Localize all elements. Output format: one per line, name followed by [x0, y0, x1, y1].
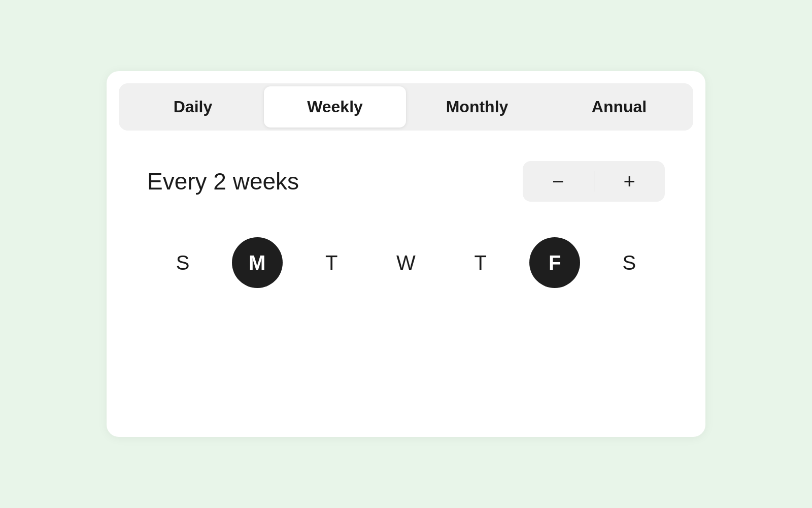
frequency-row: Every 2 weeks − +	[147, 161, 665, 202]
day-saturday[interactable]: S	[604, 237, 655, 288]
day-thursday-label: T	[474, 251, 486, 274]
increment-button[interactable]: +	[594, 161, 665, 202]
decrement-button[interactable]: −	[523, 161, 594, 202]
content-area: Every 2 weeks − + S M T	[107, 131, 705, 288]
schedule-card: Daily Weekly Monthly Annual Every 2 week…	[107, 71, 705, 437]
tab-weekly[interactable]: Weekly	[264, 86, 406, 128]
day-monday-label: M	[249, 251, 265, 274]
days-row: S M T W T F	[147, 237, 665, 288]
tab-annual[interactable]: Annual	[548, 86, 690, 128]
day-tuesday-label: T	[325, 251, 337, 274]
frequency-label: Every 2 weeks	[147, 168, 299, 195]
day-sunday[interactable]: S	[157, 237, 208, 288]
day-monday[interactable]: M	[232, 237, 283, 288]
day-friday-label: F	[549, 251, 561, 274]
day-sunday-label: S	[176, 251, 190, 274]
day-friday[interactable]: F	[529, 237, 580, 288]
day-wednesday-label: W	[396, 251, 416, 274]
day-friday-circle: F	[529, 237, 580, 288]
day-tuesday[interactable]: T	[306, 237, 357, 288]
day-wednesday[interactable]: W	[381, 237, 431, 288]
tab-bar: Daily Weekly Monthly Annual	[119, 83, 693, 131]
stepper: − +	[523, 161, 665, 202]
day-monday-circle: M	[232, 237, 283, 288]
day-saturday-label: S	[623, 251, 636, 274]
tab-daily[interactable]: Daily	[122, 86, 264, 128]
tab-monthly[interactable]: Monthly	[406, 86, 548, 128]
day-thursday[interactable]: T	[455, 237, 506, 288]
